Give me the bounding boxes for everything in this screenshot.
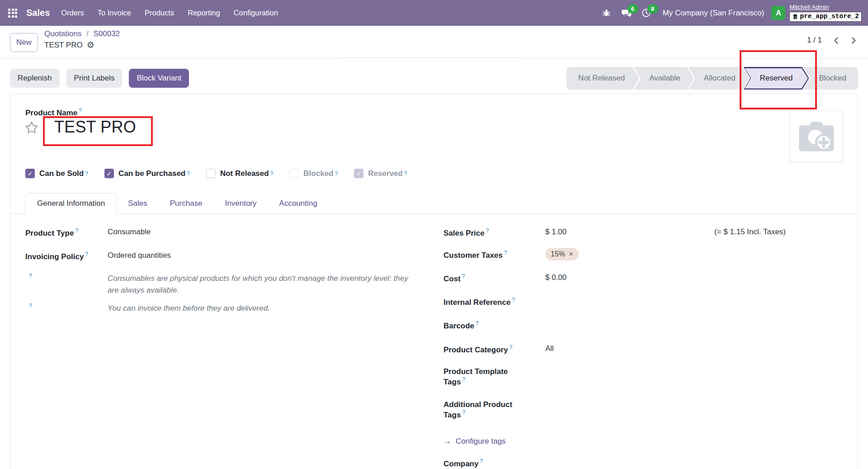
menu-to-invoice[interactable]: To Invoice (91, 0, 138, 26)
breadcrumb-s00032[interactable]: S00032 (93, 29, 120, 38)
status-step-available[interactable]: Available (634, 67, 694, 90)
form-action-row: Replenish Print Labels Block Variant Not… (0, 59, 868, 94)
menu-configuration[interactable]: Configuration (227, 0, 285, 26)
invoicing-policy-label: Invoicing Policy (25, 252, 84, 261)
customer-taxes-row: Customer Taxes? 15% × (443, 250, 786, 273)
help-icon[interactable]: ? (79, 107, 82, 114)
additional-product-tags-label: Additional Product Tags (443, 400, 512, 419)
company-row: Company? (443, 458, 786, 469)
pager-next-icon[interactable] (850, 37, 857, 44)
tab-purchase[interactable]: Purchase (159, 194, 214, 213)
invoicing-policy-row: Invoicing Policy? Ordered quantities (25, 251, 432, 272)
menu-orders[interactable]: Orders (54, 0, 90, 26)
checkbox-can-be-purchased[interactable]: ✓ Can be Purchased? (104, 169, 190, 178)
product-type-value[interactable]: Consumable (108, 227, 151, 237)
database-name: pre_app_store_2 (800, 13, 859, 20)
new-button[interactable]: New (10, 33, 38, 52)
product-type-label: Product Type (25, 229, 74, 237)
checkbox-checked-icon: ✓ (25, 169, 35, 178)
help-icon[interactable]: ? (462, 376, 465, 383)
block-variant-button[interactable]: Block Variant (129, 69, 189, 88)
help-icon[interactable]: ? (512, 297, 515, 303)
product-category-label: Product Category (443, 346, 508, 354)
arrow-right-icon: → (443, 437, 451, 446)
control-panel: New Quotations / S00032 TEST PRO ⚙ (0, 26, 868, 59)
help-icon[interactable]: ? (29, 273, 32, 279)
help-icon[interactable]: ? (480, 458, 483, 464)
tab-inventory[interactable]: Inventory (214, 194, 268, 213)
cost-label: Cost (443, 275, 461, 283)
company-switcher[interactable]: My Company (San Francisco) (663, 9, 764, 18)
help-icon[interactable]: ? (335, 171, 338, 177)
print-labels-button[interactable]: Print Labels (66, 69, 123, 88)
internal-reference-row: Internal Reference? (443, 297, 786, 320)
status-step-not-released[interactable]: Not Released (566, 67, 639, 90)
sales-price-value[interactable]: $ 1.00 (545, 227, 566, 237)
product-category-value[interactable]: All (545, 344, 554, 353)
sales-price-incl-taxes: (= $ 1.15 Incl. Taxes) (714, 227, 786, 237)
help-icon[interactable]: ? (476, 320, 479, 327)
checkbox-can-be-sold[interactable]: ✓ Can be Sold? (25, 169, 88, 178)
tax-tag[interactable]: 15% × (545, 248, 579, 261)
product-name-label: Product Name? (25, 107, 82, 118)
tab-general-information[interactable]: General Information (25, 193, 117, 214)
consumable-note-row: ? Consumables are physical products for … (25, 273, 432, 296)
help-icon[interactable]: ? (404, 171, 407, 177)
user-name[interactable]: Mitchell Admin (789, 4, 862, 11)
odoo-product-form-page: Sales Orders To Invoice Products Reporti… (0, 0, 868, 469)
help-icon[interactable]: ? (462, 273, 465, 280)
favorite-star-icon[interactable] (24, 120, 39, 137)
help-icon[interactable]: ? (75, 227, 78, 234)
help-icon[interactable]: ? (29, 303, 32, 309)
cost-value[interactable]: $ 0.00 (545, 273, 566, 282)
breadcrumb-separator: / (86, 29, 89, 38)
cost-row: Cost? $ 0.00 (443, 273, 786, 297)
status-step-reserved-active[interactable]: Reserved (744, 67, 809, 90)
messages-chat-icon[interactable]: 6 (619, 0, 634, 26)
tab-accounting[interactable]: Accounting (268, 194, 329, 213)
user-menu[interactable]: Mitchell Admin pre_app_store_2 (789, 4, 862, 22)
messages-count-badge: 6 (627, 4, 638, 14)
product-image-placeholder[interactable] (789, 110, 843, 162)
checkbox-reserved: ✓ Reserved? (354, 169, 407, 178)
pager-count: 1 / 1 (807, 36, 822, 45)
replenish-button[interactable]: Replenish (10, 69, 60, 88)
breadcrumb-quotations[interactable]: Quotations (44, 29, 81, 38)
status-step-blocked[interactable]: Blocked (804, 67, 858, 90)
help-icon[interactable]: ? (85, 251, 88, 257)
product-name-input[interactable]: TEST PRO (54, 118, 136, 137)
invoicing-policy-value[interactable]: Ordered quantities (108, 251, 171, 260)
internal-reference-label: Internal Reference (443, 298, 510, 307)
help-icon[interactable]: ? (504, 250, 507, 256)
pager-previous-icon[interactable] (833, 37, 840, 44)
menu-reporting[interactable]: Reporting (181, 0, 227, 26)
help-icon[interactable]: ? (462, 409, 465, 416)
navbar-right: 6 8 My Company (San Francisco) A Mitchel… (597, 0, 868, 26)
status-step-allocated[interactable]: Allocated (689, 67, 749, 90)
barcode-row: Barcode? (443, 320, 786, 344)
sales-price-label: Sales Price (443, 229, 485, 237)
configure-tags-link[interactable]: → Configure tags (443, 437, 506, 446)
gear-icon[interactable]: ⚙ (87, 40, 94, 50)
user-avatar[interactable]: A (771, 6, 785, 20)
database-icon (792, 14, 798, 20)
tab-sales[interactable]: Sales (117, 194, 159, 213)
product-type-row: Product Type? Consumable (25, 227, 432, 251)
checkbox-checked-disabled-icon: ✓ (354, 169, 363, 178)
help-icon[interactable]: ? (509, 344, 513, 351)
apps-grid-icon[interactable] (0, 0, 25, 26)
sales-price-row: Sales Price? $ 1.00 (= $ 1.15 Incl. Taxe… (443, 227, 786, 250)
help-icon[interactable]: ? (85, 171, 88, 177)
tax-tag-remove-icon[interactable]: × (569, 250, 573, 259)
help-icon[interactable]: ? (187, 171, 190, 177)
checkbox-unchecked-icon (206, 169, 216, 178)
help-icon[interactable]: ? (486, 227, 489, 234)
debug-bug-icon[interactable] (599, 0, 614, 26)
checkbox-not-released[interactable]: Not Released? (206, 169, 273, 178)
camera-plus-icon (796, 118, 837, 156)
consumable-note-text: Consumables are physical products for wh… (108, 273, 420, 296)
help-icon[interactable]: ? (270, 171, 274, 177)
app-name-sales[interactable]: Sales (26, 8, 50, 18)
activities-clock-icon[interactable]: 8 (639, 0, 654, 26)
menu-products[interactable]: Products (138, 0, 181, 26)
